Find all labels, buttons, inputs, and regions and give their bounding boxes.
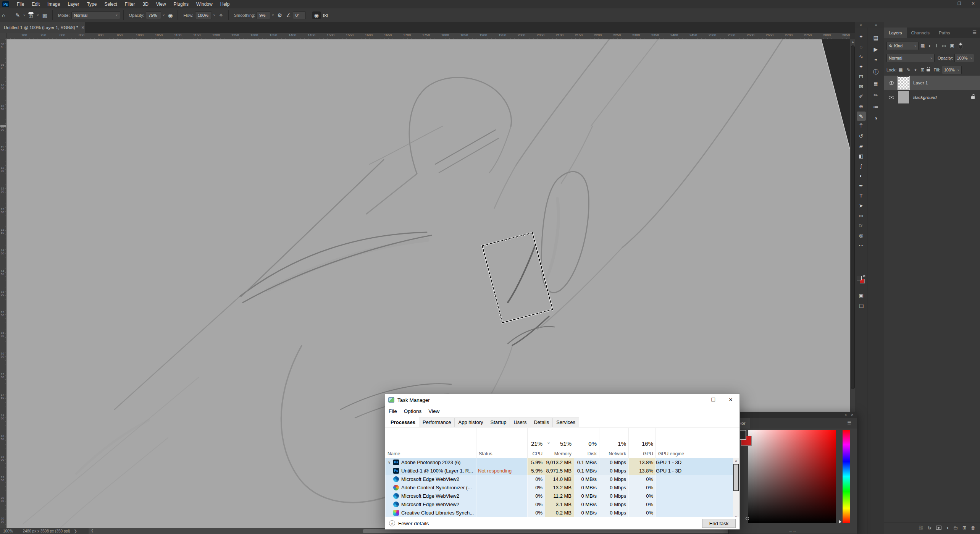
layer-row-background[interactable]: Background — [884, 90, 980, 105]
layer-opacity-field[interactable]: 100%˅ — [954, 54, 974, 62]
tm-tab-processes[interactable]: Processes — [387, 417, 419, 427]
layer-style-fx-icon[interactable]: fx — [928, 525, 931, 531]
column-gpu[interactable]: 16% GPU — [628, 428, 655, 458]
table-row[interactable]: ∨PsAdobe Photoshop 2023 (6)5.9%9,013.2 M… — [385, 458, 734, 466]
panel-menu-icon[interactable]: ☰ — [972, 30, 977, 35]
rectangle-tool[interactable]: ▭ — [857, 211, 866, 220]
visibility-eye-icon[interactable] — [889, 96, 894, 99]
table-row[interactable]: Adobe Content Synchronizer (...0%13.2 MB… — [385, 483, 734, 492]
menu-file[interactable]: File — [13, 0, 28, 8]
hue-slider[interactable] — [843, 430, 850, 523]
menu-window[interactable]: Window — [192, 0, 216, 8]
edit-toolbar[interactable]: ⋯ — [857, 241, 866, 250]
menu-plugins[interactable]: Plugins — [170, 0, 192, 8]
menu-3d[interactable]: 3D — [139, 0, 152, 8]
blend-mode-select[interactable]: Normal˅ — [886, 54, 935, 62]
collapse-panels-icon[interactable]: « — [875, 23, 877, 27]
airbrush-icon[interactable]: ✧ — [217, 12, 225, 18]
filter-shape-layers-icon[interactable]: ▭ — [942, 43, 946, 49]
menu-type[interactable]: Type — [83, 0, 100, 8]
brush-tool[interactable]: ✎ — [857, 112, 866, 121]
link-layers-icon[interactable]: ⛓︎ — [919, 525, 923, 531]
scroll-up-icon[interactable]: ▲ — [850, 40, 856, 44]
layer-fill-field[interactable]: 100%˅ — [942, 66, 962, 74]
angle-field[interactable]: 0° — [293, 11, 306, 19]
lock-position-icon[interactable]: ⌖ — [914, 67, 917, 73]
collapse-panel-icon[interactable]: « — [845, 413, 847, 417]
color-panel-header[interactable]: « ✕ — [729, 412, 857, 418]
adjustment-layer-icon[interactable]: ◑ — [946, 525, 949, 531]
add-mask-icon[interactable] — [936, 526, 941, 530]
hand-tool[interactable]: ☞ — [857, 221, 866, 230]
table-row[interactable]: Creative Cloud Libraries Synch...0%0.2 M… — [385, 508, 734, 517]
pressure-opacity-icon[interactable]: ◉ — [166, 12, 174, 18]
actions-panel[interactable]: ▶ — [871, 44, 881, 54]
zoom-tool[interactable]: ◎ — [857, 231, 866, 240]
document-tab[interactable]: Untitled-1 @ 100% (Layer 1, RGB/8) * ✕ — [0, 22, 85, 33]
task-manager-titlebar[interactable]: Task Manager — [385, 394, 739, 406]
chevron-down-icon[interactable]: ˅ — [22, 13, 27, 17]
close-panel-icon[interactable]: ✕ — [851, 413, 854, 417]
scroll-up-icon[interactable]: ᴧ — [733, 459, 739, 463]
menu-help[interactable]: Help — [216, 0, 234, 8]
column-status[interactable]: Status — [479, 451, 492, 456]
visibility-eye-icon[interactable] — [889, 81, 894, 85]
column-cpu[interactable]: 21% CPU — [527, 428, 545, 458]
menu-options[interactable]: Options — [400, 408, 425, 414]
layer-row-layer-1[interactable]: Layer 1 — [884, 76, 980, 90]
adjustments-panel[interactable]: ◑ — [871, 113, 881, 123]
marquee-tool[interactable]: ◌ — [857, 42, 866, 51]
symmetry-icon[interactable]: ⋈ — [321, 12, 330, 18]
path-selection-tool[interactable]: ➤ — [857, 201, 866, 210]
hue-slider-arrow[interactable] — [839, 520, 841, 524]
minimize-button[interactable]: — — [687, 394, 704, 405]
scroll-thumb[interactable] — [733, 464, 739, 491]
lasso-tool[interactable]: ∿ — [857, 52, 866, 61]
version-history-panel[interactable]: ▤ — [871, 33, 881, 43]
delete-layer-icon[interactable]: 🗑︎ — [971, 525, 975, 531]
new-layer-icon[interactable]: ⊞ — [962, 525, 966, 531]
comments-panel[interactable]: ❞ — [871, 56, 881, 66]
tm-tab-details[interactable]: Details — [530, 417, 553, 427]
smudge-tool[interactable]: ʃ — [857, 161, 866, 170]
dodge-tool[interactable]: ◐ — [857, 171, 866, 180]
menu-view[interactable]: View — [425, 408, 443, 414]
end-task-button[interactable]: End task — [702, 519, 736, 528]
filter-toggle[interactable] — [959, 42, 962, 49]
tm-tab-startup[interactable]: Startup — [487, 417, 510, 427]
tm-tab-services[interactable]: Services — [552, 417, 579, 427]
type-tool[interactable]: T — [857, 191, 866, 200]
tm-tab-app-history[interactable]: App history — [454, 417, 487, 427]
menu-select[interactable]: Select — [100, 0, 121, 8]
details-toggle-icon[interactable]: ᴧ — [389, 520, 395, 526]
eraser-tool[interactable]: ▰ — [857, 141, 866, 150]
new-group-icon[interactable]: 🗀︎ — [953, 525, 958, 531]
close-tab-icon[interactable]: ✕ — [81, 25, 84, 30]
menu-filter[interactable]: Filter — [121, 0, 139, 8]
table-row[interactable]: PsUntitled-1 @ 100% (Layer 1, R...Not re… — [385, 466, 734, 475]
layer-thumbnail[interactable] — [898, 76, 909, 89]
lock-artboard-icon[interactable]: ⊞ — [920, 67, 924, 73]
panel-menu-icon[interactable]: ☰ — [847, 420, 851, 426]
table-row[interactable]: Microsoft Edge WebView20%14.0 MB0 MB/s0 … — [385, 475, 734, 483]
eyedropper-tool[interactable]: ✐ — [857, 92, 866, 101]
table-row[interactable]: Microsoft Edge WebView20%11.2 MB0 MB/s0 … — [385, 492, 734, 500]
tab-channels[interactable]: Channels — [907, 28, 935, 38]
brush-preset-picker[interactable]: 23 — [28, 12, 34, 18]
brush-preset-icon[interactable]: ✎ — [13, 12, 22, 18]
lock-pixels-icon[interactable]: ✎ — [907, 67, 911, 73]
column-gpu-engine[interactable]: GPU engine — [655, 428, 734, 458]
mode-select[interactable]: Normal˅ — [71, 11, 120, 19]
tab-paths[interactable]: Paths — [934, 28, 954, 38]
menu-view[interactable]: View — [152, 0, 170, 8]
swap-colors-icon[interactable]: ⇄ — [863, 274, 865, 278]
toggle-brush-settings-icon[interactable]: ▨ — [40, 12, 49, 18]
lock-transparency-icon[interactable]: ▦ — [898, 67, 903, 73]
filter-adjustment-layers-icon[interactable]: ◐ — [928, 43, 931, 49]
color-selector-ring[interactable] — [746, 517, 749, 520]
close-button[interactable]: ✕ — [722, 394, 739, 405]
layer-name[interactable]: Layer 1 — [913, 81, 928, 85]
pen-tool[interactable]: ✒ — [857, 181, 866, 190]
details-toggle-label[interactable]: Fewer details — [398, 521, 429, 526]
column-disk[interactable]: 0% Disk — [574, 428, 599, 458]
